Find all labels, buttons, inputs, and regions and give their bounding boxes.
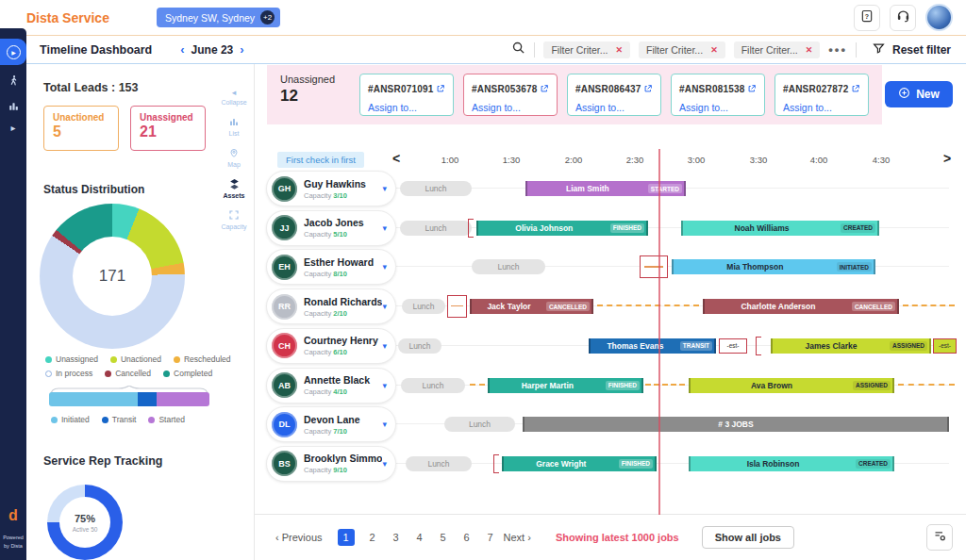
rail-active-tab[interactable]: ▶ [0, 39, 26, 65]
job-card[interactable]: #ANSR086437Assign to... [567, 74, 661, 116]
current-time-line [658, 149, 660, 515]
capacity-icon [216, 209, 252, 223]
reset-filter-button[interactable]: Reset filter [865, 42, 958, 58]
brand-logo: Dista Service [26, 10, 109, 25]
job-bar[interactable]: Olivia JohnsonFINISHED [476, 221, 648, 236]
date-prev-chevron-icon[interactable]: ‹ [180, 42, 184, 57]
filter-chip[interactable]: Filter Criter...✕ [639, 41, 725, 58]
close-icon[interactable]: ✕ [806, 45, 813, 55]
previous-page-button[interactable]: ‹ Previous [275, 532, 323, 543]
mini-nav-list[interactable]: List [216, 116, 252, 137]
timeline-left-chevron-icon[interactable]: < [392, 151, 400, 166]
job-bar[interactable]: Jack TaylorCANCELLED [470, 299, 593, 314]
rep-pill[interactable]: GHGuy HawkinsCapacity 3/10▾ [266, 171, 396, 206]
chevron-down-icon[interactable]: ▾ [382, 262, 387, 272]
job-bar[interactable]: Charlotte AndersonCANCELLED [703, 299, 899, 314]
more-filters-button[interactable]: ••• [828, 42, 847, 57]
mini-nav-collapse[interactable]: ◂Collapse [216, 85, 252, 106]
next-page-button[interactable]: Next › [504, 532, 531, 543]
view-settings-button[interactable] [926, 524, 953, 551]
app: Dista Service Sydney SW, Sydney +2 ? Tim… [0, 0, 966, 560]
chevron-down-icon[interactable]: ▾ [382, 459, 387, 469]
filter-chip[interactable]: Filter Criter...✕ [734, 41, 821, 58]
chevron-down-icon[interactable]: ▾ [382, 341, 387, 351]
mini-nav-map[interactable]: Map [216, 147, 252, 168]
job-bar[interactable]: Mia ThompsonINITIATED [672, 259, 875, 274]
job-card[interactable]: #ANSR027872Assign to... [774, 74, 869, 116]
legend-dot [148, 417, 155, 423]
time-tick: 2:00 [565, 155, 583, 165]
job-card[interactable]: #ANSR053678Assign to... [463, 74, 558, 116]
help-button[interactable]: ? [854, 5, 880, 31]
new-job-button[interactable]: New [885, 81, 953, 107]
dashboard-icon[interactable] [0, 99, 26, 116]
rep-pill[interactable]: ABAnnette BlackCapacity 4/10▾ [266, 368, 396, 404]
show-all-jobs-button[interactable]: Show all jobs [702, 526, 794, 549]
chevron-down-icon[interactable]: ▾ [382, 420, 387, 429]
rep-pill[interactable]: DLDevon LaneCapacity 7/10▾ [266, 406, 396, 442]
expand-rail-icon[interactable]: ▸ [0, 123, 26, 133]
rep-lane: LunchGrace WrightFINISHEDIsla RobinsonCR… [396, 445, 957, 483]
rep-info: Jacob JonesCapacity 5/10 [304, 217, 382, 239]
job-card[interactable]: #ANSR071091Assign to... [359, 74, 454, 116]
assign-link[interactable]: Assign to... [472, 102, 549, 113]
chevron-down-icon[interactable]: ▾ [382, 302, 387, 311]
timeline-right-chevron-icon[interactable]: > [943, 151, 951, 166]
page-button-1[interactable]: 1 [338, 529, 355, 546]
chevron-down-icon[interactable]: ▾ [382, 381, 387, 390]
job-bar[interactable]: Isla RobinsonCREATED [689, 456, 894, 471]
share-icon[interactable] [747, 80, 757, 97]
rep-pill[interactable]: RRRonald RichardsCapacity 2/10▾ [266, 288, 396, 324]
field-rep-icon[interactable] [0, 74, 26, 91]
assign-link[interactable]: Assign to... [783, 102, 860, 113]
close-icon[interactable]: ✕ [710, 45, 718, 55]
page-button-5[interactable]: 5 [438, 532, 449, 543]
unassigned-card[interactable]: Unassigned 21 [130, 106, 206, 151]
share-icon[interactable] [851, 80, 860, 97]
user-avatar[interactable] [925, 4, 953, 31]
job-bar[interactable]: Harper MartinFINISHED [488, 378, 643, 393]
assign-link[interactable]: Assign to... [368, 102, 445, 113]
plus-circle-icon [898, 87, 910, 102]
page-button-4[interactable]: 4 [414, 532, 425, 543]
date-next-chevron-icon[interactable]: › [240, 42, 243, 57]
chevron-down-icon[interactable]: ▾ [382, 184, 387, 193]
job-bar[interactable]: # 3 JOBS [523, 417, 949, 432]
status-distribution-donut[interactable]: 171 [40, 204, 185, 349]
legend-dot [174, 356, 180, 363]
rep-pill[interactable]: JJJacob JonesCapacity 5/10▾ [266, 210, 396, 246]
assign-link[interactable]: Assign to... [679, 102, 757, 113]
job-bar[interactable]: James ClarkeASSIGNED [771, 338, 931, 354]
unactioned-card[interactable]: Unactioned 5 [43, 106, 119, 151]
share-icon[interactable] [540, 80, 549, 97]
job-bar[interactable]: Liam SmithSTARTED [525, 181, 686, 196]
constraint-bracket-icon [756, 337, 761, 355]
chevron-down-icon[interactable]: ▾ [382, 223, 387, 233]
rep-name: Brooklyn Simmons [304, 453, 382, 464]
close-icon[interactable]: ✕ [615, 45, 623, 55]
share-icon[interactable] [643, 80, 653, 97]
avatar: BS [272, 451, 297, 476]
search-icon[interactable] [511, 41, 525, 58]
support-button[interactable] [890, 5, 916, 31]
rep-tracking-donut[interactable]: 75% Active 50 [47, 485, 123, 560]
job-card[interactable]: #ANSR081538Assign to... [671, 74, 765, 116]
page-button-7[interactable]: 7 [485, 532, 496, 543]
page-button-3[interactable]: 3 [391, 532, 402, 543]
sort-order-chip[interactable]: First check in first [277, 152, 364, 168]
rep-pill[interactable]: EHEsther HowardCapacity 8/10▾ [266, 249, 396, 285]
mini-nav-assets[interactable]: Assets [216, 178, 252, 199]
share-icon[interactable] [436, 80, 445, 97]
page-button-6[interactable]: 6 [461, 532, 473, 543]
page-button-2[interactable]: 2 [367, 532, 378, 543]
region-chip[interactable]: Sydney SW, Sydney +2 [157, 8, 280, 27]
job-bar[interactable]: Thomas EvansTRANSIT [589, 338, 716, 354]
job-bar[interactable]: Noah WilliamsCREATED [681, 221, 879, 236]
filter-chip[interactable]: Filter Criter...✕ [543, 41, 630, 58]
job-bar[interactable]: Grace WrightFINISHED [502, 456, 657, 471]
rep-pill[interactable]: BSBrooklyn SimmonsCapacity 9/10▾ [266, 446, 396, 482]
job-bar[interactable]: Ava BrownASSIGNED [689, 378, 894, 393]
rep-pill[interactable]: CHCourtney HenryCapacity 6/10▾ [266, 328, 396, 364]
assign-link[interactable]: Assign to... [575, 102, 653, 113]
mini-nav-capacity[interactable]: Capacity [216, 209, 252, 230]
